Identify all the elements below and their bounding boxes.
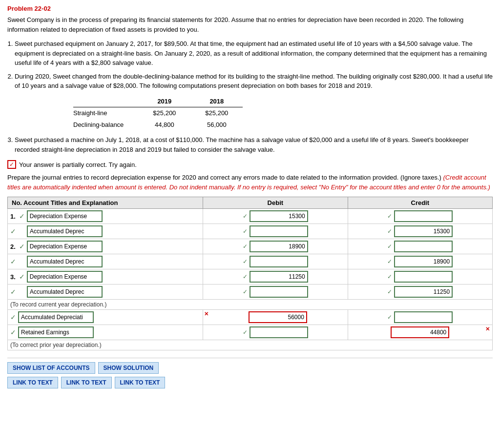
entry-1-row2-check: ✓ — [10, 227, 16, 235]
partial-correct-text: Your answer is partially correct. Try ag… — [19, 161, 137, 168]
show-list-button[interactable]: SHOW LIST OF ACCOUNTS — [7, 362, 95, 374]
entry-2-row2-debit-check: ✓ — [243, 258, 248, 265]
link-to-text-button-1[interactable]: LINK TO TEXT — [7, 377, 58, 388]
intro-text: Sweet Company is in the process of prepa… — [7, 15, 493, 34]
entry-3-credit-4[interactable] — [391, 326, 449, 338]
entry-1-credit-2[interactable] — [394, 225, 453, 237]
button-row-2: LINK TO TEXT LINK TO TEXT LINK TO TEXT — [7, 377, 493, 388]
bottom-buttons: SHOW LIST OF ACCOUNTS SHOW SOLUTION LINK… — [7, 358, 493, 388]
depreciation-table: 2019 2018 Straight-line $25,200 $25,200 … — [73, 96, 243, 131]
instructions: Prepare the journal entries to record de… — [7, 173, 493, 192]
entry-2-account-1[interactable] — [27, 241, 103, 252]
numbered-list: Sweet purchased equipment on January 2, … — [15, 39, 493, 154]
entry-3-account-1[interactable] — [27, 271, 103, 283]
entry-3-note-2: (To correct prior year depreciation.) — [8, 340, 493, 350]
entry-3-row4-check: ✓ — [10, 328, 16, 336]
entry-3-row-3: ✓ ✕ ✓ — [8, 310, 493, 325]
entry-1-row-1: 1. ✓ ✓ ✓ — [8, 209, 493, 224]
entry-3-account-2[interactable] — [27, 286, 103, 298]
entry-2-debit-2[interactable] — [250, 256, 308, 267]
entry-1-account-2[interactable] — [27, 225, 103, 237]
entry-3-row4-debit-check: ✓ — [243, 329, 248, 336]
entry-1-debit-1[interactable] — [250, 210, 308, 222]
entry-3-debit-4[interactable] — [250, 326, 308, 338]
list-item-3: Sweet purchased a machine on July 1, 201… — [15, 135, 493, 154]
link-to-text-button-2[interactable]: LINK TO TEXT — [61, 377, 112, 388]
entry-3-row2-debit-check: ✓ — [243, 288, 248, 295]
entry-3-debit-2[interactable] — [250, 286, 308, 298]
partial-correct-banner: ✓ Your answer is partially correct. Try … — [7, 160, 493, 169]
entry-1-debit-check: ✓ — [243, 213, 248, 220]
entry-3-row4-credit-error: ✕ — [485, 326, 490, 332]
entry-1-row2-credit-check: ✓ — [387, 228, 392, 235]
entry-3-account-4[interactable] — [18, 326, 94, 338]
entry-2-row2-check: ✓ — [10, 258, 16, 265]
entry-2-credit-1[interactable] — [394, 241, 453, 252]
entry-3-row3-check: ✓ — [10, 313, 16, 321]
entry-3-account-3[interactable] — [18, 311, 94, 323]
entry-1-row-2: ✓ ✓ ✓ — [8, 224, 493, 239]
note-current-year: (To record current year depreciation.) — [8, 300, 493, 310]
entry-3-credit-1[interactable] — [394, 271, 453, 283]
button-row-1: SHOW LIST OF ACCOUNTS SHOW SOLUTION — [7, 362, 493, 374]
entry-2-check: ✓ — [19, 243, 25, 250]
list-item-1: Sweet purchased equipment on January 2, … — [15, 39, 493, 68]
entry-3-row3-credit-check: ✓ — [387, 314, 392, 321]
entry-1-debit-2[interactable] — [250, 225, 308, 237]
note-prior-year: (To correct prior year depreciation.) — [8, 340, 493, 350]
entry-1-row2-debit-check: ✓ — [243, 228, 248, 235]
entry-1-number: 1. — [10, 213, 17, 220]
entry-3-row-2: ✓ ✓ ✓ — [8, 285, 493, 300]
entry-2-debit-check: ✓ — [243, 243, 248, 250]
entry-3-row3-debit-error: ✕ — [204, 311, 208, 317]
entry-1-account-1[interactable] — [27, 210, 103, 222]
entry-3-debit-1[interactable] — [250, 271, 308, 283]
entry-3-debit-check: ✓ — [243, 273, 248, 280]
entry-2-account-2[interactable] — [27, 256, 103, 267]
entry-3-row2-check: ✓ — [10, 288, 16, 296]
entry-2-credit-2[interactable] — [394, 256, 453, 267]
entry-1-credit-check: ✓ — [387, 213, 392, 220]
col-header-account: No. Account Titles and Explanation — [8, 197, 203, 209]
entry-2-row-2: ✓ ✓ ✓ — [8, 254, 493, 269]
entry-3-row-4: ✓ ✓ ✕ — [8, 325, 493, 340]
entry-3-credit-2[interactable] — [394, 286, 453, 298]
entry-2-row-1: 2. ✓ ✓ ✓ — [8, 239, 493, 254]
entry-3-row2-credit-check: ✓ — [387, 288, 392, 295]
entry-3-note-1: (To record current year depreciation.) — [8, 300, 493, 310]
entry-1-check: ✓ — [19, 212, 25, 220]
show-solution-button[interactable]: SHOW SOLUTION — [98, 362, 159, 374]
entry-3-check: ✓ — [19, 273, 25, 281]
entry-3-credit-check: ✓ — [387, 273, 392, 280]
journal-table: No. Account Titles and Explanation Debit… — [7, 197, 493, 350]
entry-2-row2-credit-check: ✓ — [387, 258, 392, 265]
entry-3-debit-3[interactable] — [249, 311, 307, 323]
entry-3-row-1: 3. ✓ ✓ ✓ — [8, 269, 493, 285]
entry-2-debit-1[interactable] — [250, 241, 308, 252]
entry-1-credit-1[interactable] — [394, 210, 453, 222]
link-to-text-button-3[interactable]: LINK TO TEXT — [115, 377, 166, 388]
list-item-2: During 2020, Sweet changed from the doub… — [15, 72, 493, 131]
entry-2-credit-check: ✓ — [387, 243, 392, 250]
problem-title: Problem 22-02 — [7, 5, 493, 12]
partial-correct-icon: ✓ — [7, 160, 16, 169]
col-header-debit: Debit — [203, 197, 348, 209]
col-header-credit: Credit — [348, 197, 492, 209]
entry-2-number: 2. — [10, 243, 17, 250]
entry-3-credit-3[interactable] — [394, 311, 453, 323]
entry-3-number: 3. — [10, 273, 17, 281]
